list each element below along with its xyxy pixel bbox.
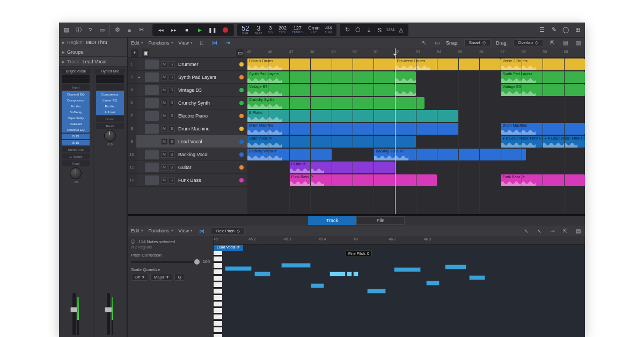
insert-slot[interactable]: Channel EQ (62, 91, 90, 97)
output-slot[interactable]: Stereo Out (62, 146, 90, 152)
disclosure-triangle[interactable]: ▸ (136, 75, 143, 79)
global-tracks-button[interactable]: ▭ (236, 49, 244, 57)
mute-button[interactable]: M (161, 177, 167, 184)
flex-mode-select[interactable]: Flex Pitch◇ (211, 228, 245, 235)
cycle-icon[interactable]: ↻ (343, 26, 352, 34)
pitch-note[interactable] (254, 272, 270, 276)
snap-select[interactable]: Smart◇ (464, 39, 491, 46)
insert-slot[interactable]: Linear EQ (96, 97, 124, 103)
region[interactable]: Pre-verse Drums (395, 58, 501, 70)
rewind-button[interactable]: ◂◂ (156, 26, 166, 34)
inspector-icon[interactable]: ⓘ (74, 26, 83, 34)
pitch-note[interactable] (353, 272, 358, 276)
insert-slot[interactable]: AdLimit (96, 109, 124, 115)
region[interactable]: Vintage B3 (247, 84, 395, 96)
solo-button[interactable]: S (169, 74, 175, 80)
region[interactable]: Chorus Drums (247, 58, 395, 70)
track-icon[interactable] (145, 163, 159, 172)
input-slot[interactable]: Input (62, 84, 90, 90)
scale-q-button[interactable]: Q (174, 274, 185, 281)
send-slot[interactable]: B 16 (62, 140, 90, 145)
marquee-tool-icon[interactable]: ▭ (433, 39, 441, 47)
solo-icon[interactable]: S (375, 26, 384, 34)
mute-button[interactable]: M (161, 138, 167, 145)
waveform-zoom-icon[interactable]: ⇱ (561, 227, 569, 235)
catch-icon[interactable]: ⇥ (548, 227, 556, 235)
pointer-tool-icon[interactable]: ↖ (523, 227, 530, 235)
insert-slot[interactable]: Exciter (96, 103, 124, 109)
tab-file[interactable]: File (356, 216, 405, 225)
notes-icon[interactable]: ✎ (550, 26, 558, 34)
lcd-display[interactable]: 52BAR 3BEAT 3DIV 202TICK 127TEMPO CminKE… (237, 24, 336, 36)
duplicate-track-button[interactable]: ▣ (142, 49, 149, 57)
eq-thumbnail[interactable] (96, 75, 124, 83)
track-header[interactable]: 2 ▸ M S Synth Pad Layers (128, 71, 247, 84)
mute-button[interactable]: M (161, 113, 167, 119)
pitch-note[interactable] (330, 272, 346, 276)
send-slot[interactable]: B 15 (62, 134, 90, 139)
solo-button[interactable]: S (169, 61, 175, 68)
pitch-note[interactable] (367, 289, 386, 294)
pitch-note[interactable] (426, 281, 440, 285)
loops-icon[interactable]: ◯ (561, 26, 570, 34)
library-icon[interactable]: ▤ (62, 26, 71, 34)
scale-type-select[interactable]: Major▾ (150, 274, 172, 281)
track-icon[interactable] (145, 85, 159, 95)
hand-tool-icon[interactable]: ↖ (536, 227, 543, 235)
catch-icon[interactable]: ⇥ (224, 39, 231, 47)
track-header[interactable]: 5 M S Vintage B3 (128, 84, 247, 97)
solo-button[interactable]: S (169, 177, 175, 184)
region[interactable]: Guitar ⟳ (289, 162, 395, 173)
pitch-correction-slider[interactable] (131, 261, 200, 263)
scale-onoff-select[interactable]: Off▾ (131, 274, 148, 281)
pitch-note[interactable] (311, 283, 324, 288)
track-icon[interactable] (145, 60, 159, 69)
edit-menu[interactable]: Edit▾ (131, 40, 143, 46)
playhead[interactable] (395, 48, 396, 214)
region[interactable]: Synth Pad Layers (247, 71, 395, 83)
mute-button[interactable]: M (161, 74, 167, 80)
automation-slot[interactable]: Read (96, 123, 124, 129)
track-icon[interactable] (145, 150, 159, 159)
pan-knob[interactable] (70, 167, 82, 179)
bar-ruler[interactable]: 45464748495051525354555657585960 (247, 48, 585, 58)
track-header[interactable]: 6 M S Crunchy Synth (128, 97, 247, 109)
replace-icon[interactable]: ⬡ (354, 26, 362, 34)
mute-button[interactable]: M (161, 61, 167, 68)
insert-slot[interactable]: Exciter (62, 103, 90, 109)
region[interactable]: Crunchy Synth (247, 97, 425, 109)
play-button[interactable]: ▶ (194, 26, 205, 34)
region[interactable] (395, 84, 416, 96)
insert-slot[interactable]: DeEsser (62, 121, 90, 127)
insert-slot[interactable]: Channel EQ (62, 127, 90, 133)
pan-knob[interactable] (104, 130, 116, 142)
autopunch-icon[interactable]: ⤓ (364, 26, 373, 34)
track-header[interactable]: 10 M S Backing Vocal (128, 148, 247, 161)
sliders-icon[interactable]: ≡ (125, 26, 134, 34)
gear-icon[interactable]: ⚙ (113, 26, 122, 34)
insert-slot[interactable]: Compressor (62, 97, 90, 103)
pitch-note[interactable] (225, 266, 252, 271)
mute-button[interactable]: M (161, 87, 167, 93)
pointer-tool-icon[interactable]: ↖ (420, 39, 428, 47)
track-header[interactable]: 12 M S Funk Bass (128, 174, 247, 187)
browser-icon[interactable]: ⊞ (573, 26, 582, 34)
mute-button[interactable]: M (161, 164, 167, 171)
input-slot[interactable] (96, 84, 124, 90)
flex-icon[interactable]: ⋈ (198, 227, 206, 235)
region[interactable]: Funk Bass ⟳ (289, 174, 437, 186)
track-header[interactable]: 1 M S Drummer (128, 58, 247, 71)
stop-button[interactable]: ■ (181, 26, 192, 34)
insert-slot[interactable]: Tape Delay (62, 115, 90, 121)
region-header[interactable]: ▸Region:MIDI Thru (59, 38, 127, 47)
mute-button[interactable]: M (161, 126, 167, 132)
insert-slot[interactable]: Compressor (96, 91, 124, 97)
flex-icon[interactable]: ⋈ (211, 39, 218, 47)
group-slot[interactable]: 1: Vocals (62, 153, 90, 159)
track-icon[interactable] (145, 137, 159, 146)
solo-button[interactable]: S (169, 164, 175, 171)
solo-button[interactable]: S (169, 151, 175, 158)
toolbar-icon[interactable]: ▭ (98, 26, 106, 34)
editor-region-label[interactable]: Lead Vocal ⟳ (214, 245, 243, 251)
strip-name-b[interactable]: Hyped Mix (95, 69, 125, 74)
